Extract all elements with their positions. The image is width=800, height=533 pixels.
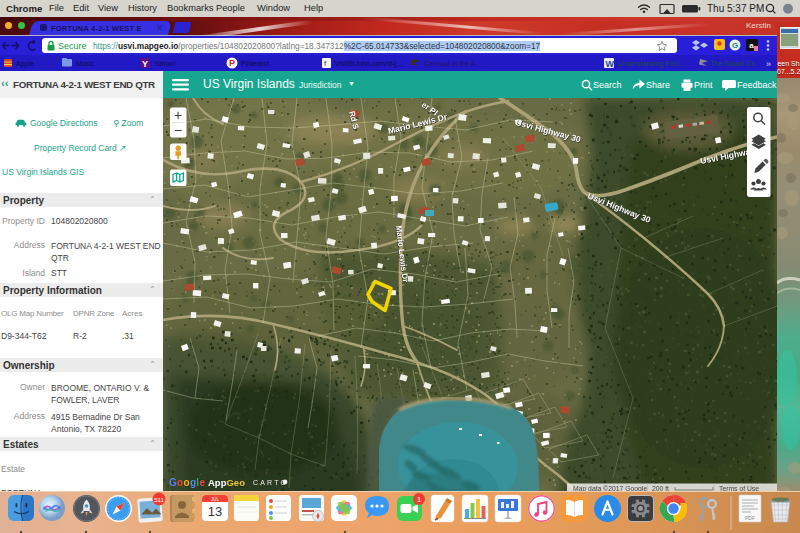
svg-text:W: W	[606, 59, 615, 69]
svg-text:Carnival at the A...: Carnival at the A...	[424, 60, 481, 67]
svg-text:−: −	[174, 121, 182, 137]
svg-text:Y: Y	[142, 59, 148, 69]
svg-text:a: a	[749, 41, 754, 50]
svg-text:The Global Ch...: The Global Ch...	[710, 60, 761, 67]
svg-text:Apple: Apple	[16, 60, 34, 68]
svg-text:Terms of Use: Terms of Use	[719, 484, 759, 491]
svg-text:»: »	[766, 59, 771, 69]
svg-text:1: 1	[417, 495, 421, 504]
svg-text:200 ft: 200 ft	[652, 484, 669, 491]
svg-text:Google: Google	[169, 477, 205, 488]
svg-text:Understanding Excl...: Understanding Excl...	[618, 60, 685, 68]
svg-text:13: 13	[208, 504, 222, 519]
svg-text:+: +	[174, 106, 182, 122]
svg-text:G: G	[732, 41, 738, 50]
svg-text:AppGeo: AppGeo	[208, 477, 245, 488]
svg-text:PDF: PDF	[745, 515, 755, 521]
svg-text:P: P	[229, 58, 235, 68]
svg-text:511: 511	[154, 497, 164, 503]
svg-text:VisitStJohn.com/st-j...: VisitStJohn.com/st-j...	[335, 60, 402, 68]
svg-text:Music: Music	[76, 60, 95, 67]
svg-text:JUL: JUL	[211, 497, 219, 502]
svg-text:Yahoo!: Yahoo!	[154, 60, 176, 67]
svg-text:Pinterest: Pinterest	[241, 60, 269, 67]
